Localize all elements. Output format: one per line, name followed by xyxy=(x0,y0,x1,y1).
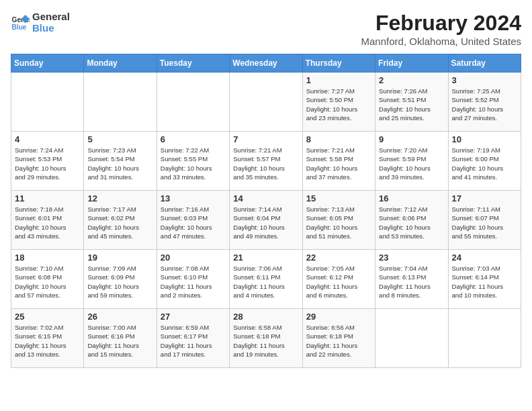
day-number: 15 xyxy=(306,193,371,203)
day-number: 2 xyxy=(379,75,444,85)
day-cell: 24Sunrise: 7:03 AM Sunset: 6:14 PM Dayli… xyxy=(448,250,521,309)
title-block: February 2024 Mannford, Oklahoma, United… xyxy=(361,11,521,47)
calendar-title: February 2024 xyxy=(361,11,521,36)
logo-line2: Blue xyxy=(32,22,70,34)
day-number: 26 xyxy=(87,312,152,322)
day-cell: 27Sunrise: 6:59 AM Sunset: 6:17 PM Dayli… xyxy=(157,309,229,368)
day-info: Sunrise: 7:09 AM Sunset: 6:09 PM Dayligh… xyxy=(87,264,152,300)
day-cell: 19Sunrise: 7:09 AM Sunset: 6:09 PM Dayli… xyxy=(84,250,157,309)
day-cell: 11Sunrise: 7:18 AM Sunset: 6:01 PM Dayli… xyxy=(11,191,84,250)
day-info: Sunrise: 7:22 AM Sunset: 5:55 PM Dayligh… xyxy=(161,146,226,181)
day-info: Sunrise: 6:58 AM Sunset: 6:18 PM Dayligh… xyxy=(233,323,298,359)
logo: General Blue General Blue xyxy=(11,11,70,34)
day-info: Sunrise: 7:21 AM Sunset: 5:58 PM Dayligh… xyxy=(306,146,371,181)
day-number: 27 xyxy=(161,312,226,322)
day-info: Sunrise: 7:21 AM Sunset: 5:57 PM Dayligh… xyxy=(233,146,298,181)
week-row-2: 4Sunrise: 7:24 AM Sunset: 5:53 PM Daylig… xyxy=(11,132,521,191)
day-number: 20 xyxy=(161,253,226,263)
calendar-table: SundayMondayTuesdayWednesdayThursdayFrid… xyxy=(11,54,521,368)
day-info: Sunrise: 7:10 AM Sunset: 6:08 PM Dayligh… xyxy=(15,264,80,300)
day-cell: 3Sunrise: 7:25 AM Sunset: 5:52 PM Daylig… xyxy=(448,73,521,132)
day-number: 12 xyxy=(87,193,152,203)
day-info: Sunrise: 7:08 AM Sunset: 6:10 PM Dayligh… xyxy=(161,264,226,300)
day-info: Sunrise: 7:17 AM Sunset: 6:02 PM Dayligh… xyxy=(87,205,152,240)
day-info: Sunrise: 6:56 AM Sunset: 6:18 PM Dayligh… xyxy=(306,323,371,359)
day-number: 24 xyxy=(452,253,517,263)
day-cell xyxy=(448,309,521,368)
day-info: Sunrise: 7:14 AM Sunset: 6:04 PM Dayligh… xyxy=(233,205,298,240)
day-cell: 6Sunrise: 7:22 AM Sunset: 5:55 PM Daylig… xyxy=(157,132,229,191)
day-number: 5 xyxy=(87,134,152,144)
header-row: SundayMondayTuesdayWednesdayThursdayFrid… xyxy=(11,54,521,73)
svg-text:Blue: Blue xyxy=(12,24,27,31)
day-cell xyxy=(11,73,84,132)
week-row-1: 1Sunrise: 7:27 AM Sunset: 5:50 PM Daylig… xyxy=(11,73,521,132)
day-number: 11 xyxy=(15,193,80,203)
day-number: 18 xyxy=(15,253,80,263)
day-cell: 22Sunrise: 7:05 AM Sunset: 6:12 PM Dayli… xyxy=(302,250,375,309)
day-info: Sunrise: 7:27 AM Sunset: 5:50 PM Dayligh… xyxy=(306,87,371,122)
header-tuesday: Tuesday xyxy=(157,54,229,73)
day-number: 9 xyxy=(379,134,444,144)
day-cell: 5Sunrise: 7:23 AM Sunset: 5:54 PM Daylig… xyxy=(84,132,157,191)
day-info: Sunrise: 7:25 AM Sunset: 5:52 PM Dayligh… xyxy=(452,87,517,122)
header-saturday: Saturday xyxy=(448,54,521,73)
day-number: 29 xyxy=(306,312,371,322)
day-number: 23 xyxy=(379,253,444,263)
day-number: 4 xyxy=(15,134,80,144)
header-wednesday: Wednesday xyxy=(230,54,302,73)
day-number: 19 xyxy=(87,253,152,263)
day-cell: 17Sunrise: 7:11 AM Sunset: 6:07 PM Dayli… xyxy=(448,191,521,250)
header-thursday: Thursday xyxy=(302,54,375,73)
day-number: 7 xyxy=(233,134,298,144)
header-friday: Friday xyxy=(375,54,448,73)
day-number: 14 xyxy=(233,193,298,203)
logo-icon: General Blue xyxy=(11,13,30,32)
day-cell: 15Sunrise: 7:13 AM Sunset: 6:05 PM Dayli… xyxy=(302,191,375,250)
day-cell: 20Sunrise: 7:08 AM Sunset: 6:10 PM Dayli… xyxy=(157,250,229,309)
day-number: 3 xyxy=(452,75,517,85)
day-cell: 16Sunrise: 7:12 AM Sunset: 6:06 PM Dayli… xyxy=(375,191,448,250)
day-info: Sunrise: 7:13 AM Sunset: 6:05 PM Dayligh… xyxy=(306,205,371,240)
day-info: Sunrise: 7:06 AM Sunset: 6:11 PM Dayligh… xyxy=(233,264,298,300)
day-info: Sunrise: 7:16 AM Sunset: 6:03 PM Dayligh… xyxy=(161,205,226,240)
day-cell: 18Sunrise: 7:10 AM Sunset: 6:08 PM Dayli… xyxy=(11,250,84,309)
day-info: Sunrise: 7:24 AM Sunset: 5:53 PM Dayligh… xyxy=(15,146,80,181)
calendar-subtitle: Mannford, Oklahoma, United States xyxy=(361,36,521,47)
logo-line1: General xyxy=(32,11,70,22)
day-number: 28 xyxy=(233,312,298,322)
day-info: Sunrise: 7:23 AM Sunset: 5:54 PM Dayligh… xyxy=(87,146,152,181)
day-cell: 9Sunrise: 7:20 AM Sunset: 5:59 PM Daylig… xyxy=(375,132,448,191)
day-number: 25 xyxy=(15,312,80,322)
day-info: Sunrise: 6:59 AM Sunset: 6:17 PM Dayligh… xyxy=(161,323,226,359)
day-info: Sunrise: 7:03 AM Sunset: 6:14 PM Dayligh… xyxy=(452,264,517,300)
day-cell: 29Sunrise: 6:56 AM Sunset: 6:18 PM Dayli… xyxy=(302,309,375,368)
day-info: Sunrise: 7:02 AM Sunset: 6:15 PM Dayligh… xyxy=(15,323,80,359)
day-number: 1 xyxy=(306,75,371,85)
day-cell: 12Sunrise: 7:17 AM Sunset: 6:02 PM Dayli… xyxy=(84,191,157,250)
day-cell: 25Sunrise: 7:02 AM Sunset: 6:15 PM Dayli… xyxy=(11,309,84,368)
day-number: 21 xyxy=(233,253,298,263)
day-number: 17 xyxy=(452,193,517,203)
day-cell xyxy=(230,73,302,132)
day-info: Sunrise: 7:18 AM Sunset: 6:01 PM Dayligh… xyxy=(15,205,80,240)
day-info: Sunrise: 7:20 AM Sunset: 5:59 PM Dayligh… xyxy=(379,146,444,181)
header-monday: Monday xyxy=(84,54,157,73)
day-info: Sunrise: 7:04 AM Sunset: 6:13 PM Dayligh… xyxy=(379,264,444,300)
day-number: 10 xyxy=(452,134,517,144)
day-cell: 8Sunrise: 7:21 AM Sunset: 5:58 PM Daylig… xyxy=(302,132,375,191)
day-number: 6 xyxy=(161,134,226,144)
day-number: 16 xyxy=(379,193,444,203)
day-cell: 1Sunrise: 7:27 AM Sunset: 5:50 PM Daylig… xyxy=(302,73,375,132)
week-row-5: 25Sunrise: 7:02 AM Sunset: 6:15 PM Dayli… xyxy=(11,309,521,368)
day-info: Sunrise: 7:11 AM Sunset: 6:07 PM Dayligh… xyxy=(452,205,517,240)
day-number: 13 xyxy=(161,193,226,203)
week-row-4: 18Sunrise: 7:10 AM Sunset: 6:08 PM Dayli… xyxy=(11,250,521,309)
day-cell: 21Sunrise: 7:06 AM Sunset: 6:11 PM Dayli… xyxy=(230,250,302,309)
day-info: Sunrise: 7:05 AM Sunset: 6:12 PM Dayligh… xyxy=(306,264,371,300)
day-cell: 13Sunrise: 7:16 AM Sunset: 6:03 PM Dayli… xyxy=(157,191,229,250)
day-cell: 10Sunrise: 7:19 AM Sunset: 6:00 PM Dayli… xyxy=(448,132,521,191)
day-cell: 7Sunrise: 7:21 AM Sunset: 5:57 PM Daylig… xyxy=(230,132,302,191)
week-row-3: 11Sunrise: 7:18 AM Sunset: 6:01 PM Dayli… xyxy=(11,191,521,250)
day-cell: 14Sunrise: 7:14 AM Sunset: 6:04 PM Dayli… xyxy=(230,191,302,250)
